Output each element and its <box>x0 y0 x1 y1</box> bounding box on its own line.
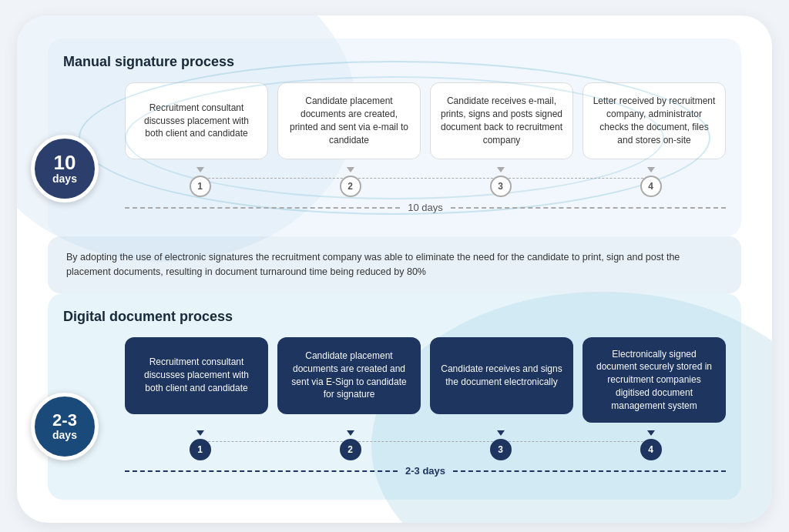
manual-section-title: Manual signature process <box>63 54 726 70</box>
digital-step-4-text: Electronically signed document securely … <box>592 348 717 413</box>
digital-timeline-label: 2-3 days <box>398 465 453 477</box>
digital-days-label: days <box>52 429 77 441</box>
manual-arrow-3 <box>497 167 505 172</box>
manual-step-1-box: Recruitment consultant discusses placeme… <box>125 82 268 159</box>
digital-step-2-box: Candidate placement documents are create… <box>277 337 421 414</box>
manual-step-3-box: Candidate receives e-mail, prints, signs… <box>430 82 573 159</box>
digital-arrow-4 <box>647 430 655 436</box>
manual-step-2-text: Candidate placement documents are create… <box>287 95 411 146</box>
manual-circle-1: 1 <box>190 176 211 197</box>
digital-timeline-line-right <box>453 470 726 472</box>
manual-circle-3: 3 <box>490 176 512 197</box>
digital-arrow-2 <box>347 430 354 436</box>
content-area: Manual signature process Recruitment con… <box>48 38 741 500</box>
digital-days-number: 2-3 <box>52 412 77 429</box>
digital-step-num-3: 3 <box>425 430 576 460</box>
manual-step-num-1: 1 <box>125 167 275 197</box>
digital-timeline: 2-3 days <box>125 465 726 477</box>
digital-step-num-2: 2 <box>275 430 425 460</box>
manual-days-label: days <box>52 172 77 185</box>
manual-timeline-label: 10 days <box>400 202 451 213</box>
middle-explanation-text: By adopting the use of electronic signat… <box>48 236 741 293</box>
digital-step-1-text: Recruitment consultant discusses placeme… <box>134 356 259 394</box>
digital-step-3-text: Candidate receives and signs the documen… <box>439 363 564 389</box>
manual-days-circle: 10 days <box>31 135 99 202</box>
digital-step-1-box: Recruitment consultant discusses placeme… <box>125 337 268 414</box>
manual-step-numbers: 1 2 3 4 <box>125 167 726 197</box>
manual-step-2-box: Candidate placement documents are create… <box>277 82 421 159</box>
manual-days-number: 10 <box>54 152 76 172</box>
manual-arrow-2 <box>347 167 354 172</box>
digital-step-num-4: 4 <box>576 430 726 460</box>
manual-timeline-line-right <box>451 207 726 209</box>
digital-circle-4: 4 <box>640 439 662 460</box>
digital-arrow-3 <box>497 430 505 436</box>
manual-timeline-line-left <box>125 207 400 209</box>
manual-step-1-text: Recruitment consultant discusses placeme… <box>135 102 258 140</box>
manual-circle-2: 2 <box>340 176 361 197</box>
digital-section-title: Digital document process <box>63 309 726 325</box>
manual-step-num-3: 3 <box>425 167 576 197</box>
manual-timeline: 10 days <box>125 202 726 213</box>
digital-section: Digital document process Recruitment con… <box>48 293 741 500</box>
digital-days-circle: 2-3 days <box>31 393 99 460</box>
middle-text-content: By adopting the use of electronic signat… <box>66 252 680 277</box>
digital-circle-3: 3 <box>490 439 512 460</box>
digital-arrow-1 <box>196 430 204 436</box>
manual-step-num-2: 2 <box>275 167 425 197</box>
digital-steps-row: Recruitment consultant discusses placeme… <box>125 337 726 423</box>
manual-step-4-text: Letter received by recruitment company, … <box>593 95 716 146</box>
digital-step-2-text: Candidate placement documents are create… <box>287 350 411 401</box>
manual-section: Manual signature process Recruitment con… <box>48 38 741 236</box>
main-container: Manual signature process Recruitment con… <box>17 15 772 523</box>
digital-step-numbers: 1 2 3 4 <box>125 430 726 460</box>
digital-timeline-line-left <box>125 470 398 472</box>
manual-circle-4: 4 <box>640 176 662 197</box>
manual-step-4-box: Letter received by recruitment company, … <box>583 82 726 159</box>
manual-steps-row: Recruitment consultant discusses placeme… <box>125 82 726 159</box>
manual-step-num-4: 4 <box>576 167 726 197</box>
manual-step-3-text: Candidate receives e-mail, prints, signs… <box>440 95 563 146</box>
digital-step-num-1: 1 <box>125 430 275 460</box>
manual-arrow-4 <box>647 167 655 172</box>
manual-arrow-1 <box>196 167 204 172</box>
digital-circle-2: 2 <box>340 439 361 460</box>
digital-circle-1: 1 <box>190 439 211 460</box>
digital-step-3-box: Candidate receives and signs the documen… <box>430 337 573 414</box>
digital-step-4-box: Electronically signed document securely … <box>583 337 726 423</box>
